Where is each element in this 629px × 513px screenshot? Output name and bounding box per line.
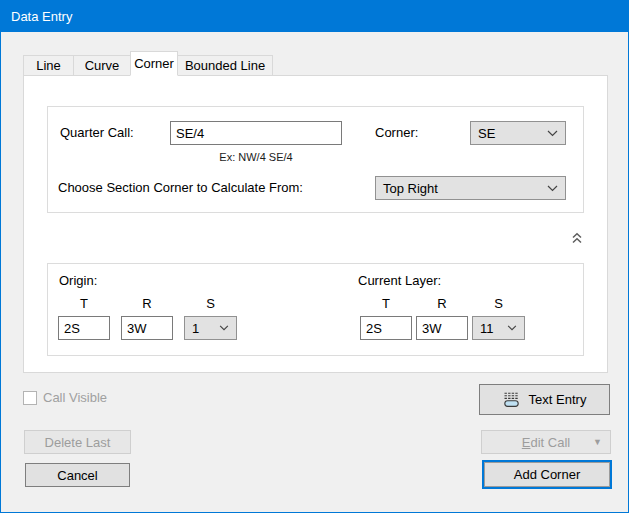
current-layer-r-input[interactable] [416,316,468,340]
call-visible-row: Call Visible [23,390,107,405]
chevron-down-icon [547,130,558,137]
tab-curve[interactable]: Curve [73,55,131,76]
text-entry-label: Text Entry [529,392,587,407]
text-entry-button[interactable]: Text Entry [479,384,610,415]
tab-strip: Line Curve Corner Bounded Line [23,51,272,76]
origin-col-s-label: S [184,296,237,311]
delete-last-label: Delete Last [45,435,111,450]
quarter-call-input[interactable] [170,121,342,145]
current-layer-t-input[interactable] [360,316,412,340]
origin-s-select[interactable]: 1 [184,316,237,340]
chevron-double-up-icon [571,232,583,244]
cancel-label: Cancel [57,468,97,483]
township-group: Origin: T R S 1 Current Layer: T R S 11 [47,263,584,356]
chevron-down-icon [219,325,229,331]
corner-tab-page: Quarter Call: Ex: NW/4 SE/4 Corner: SE C… [23,75,608,373]
call-entry-group: Quarter Call: Ex: NW/4 SE/4 Corner: SE C… [47,106,584,213]
text-entry-icon [503,391,520,408]
call-visible-label: Call Visible [43,390,107,405]
edit-call-label: Edit Call [522,435,570,450]
origin-s-select-value: 1 [192,321,199,336]
current-col-r-label: R [416,296,468,311]
tab-corner[interactable]: Corner [130,51,178,76]
tab-curve-label: Curve [85,58,120,73]
collapse-section-button[interactable] [568,229,586,247]
current-col-s-label: S [472,296,525,311]
section-corner-select-value: Top Right [383,181,438,196]
tab-bounded-line[interactable]: Bounded Line [177,55,273,76]
corner-select-value: SE [478,126,495,141]
section-corner-label: Choose Section Corner to Calculate From: [58,177,303,199]
section-corner-select[interactable]: Top Right [375,176,566,200]
current-layer-s-select[interactable]: 11 [472,316,525,340]
tab-bounded-line-label: Bounded Line [185,58,265,73]
edit-call-label-rest: dit Call [530,435,570,450]
current-col-t-label: T [360,296,412,311]
delete-last-button[interactable]: Delete Last [24,430,131,454]
quarter-call-label: Quarter Call: [60,122,134,144]
data-entry-dialog: Data Entry Line Curve Corner Bounded Lin… [0,0,629,513]
dropdown-arrow-icon: ▼ [593,438,602,447]
cancel-button[interactable]: Cancel [25,463,130,487]
origin-t-input[interactable] [58,316,110,340]
tab-line-label: Line [36,58,61,73]
quarter-call-hint: Ex: NW/4 SE/4 [170,151,342,163]
tab-line[interactable]: Line [23,55,74,76]
chevron-down-icon [547,185,558,192]
origin-r-input[interactable] [121,316,173,340]
current-layer-label: Current Layer: [358,270,441,292]
tab-corner-label: Corner [134,56,174,71]
origin-label: Origin: [59,270,97,292]
origin-col-t-label: T [58,296,110,311]
corner-label: Corner: [375,122,418,144]
title-bar: Data Entry [1,1,628,32]
add-corner-button[interactable]: Add Corner [482,460,612,489]
page-title: Data Entry [11,9,72,24]
origin-col-r-label: R [121,296,173,311]
corner-select[interactable]: SE [470,121,566,145]
chevron-down-icon [507,325,517,331]
add-corner-label: Add Corner [514,467,580,482]
current-layer-s-select-value: 11 [480,321,494,336]
call-visible-checkbox[interactable] [23,391,37,405]
edit-call-button[interactable]: Edit Call ▼ [481,430,611,454]
